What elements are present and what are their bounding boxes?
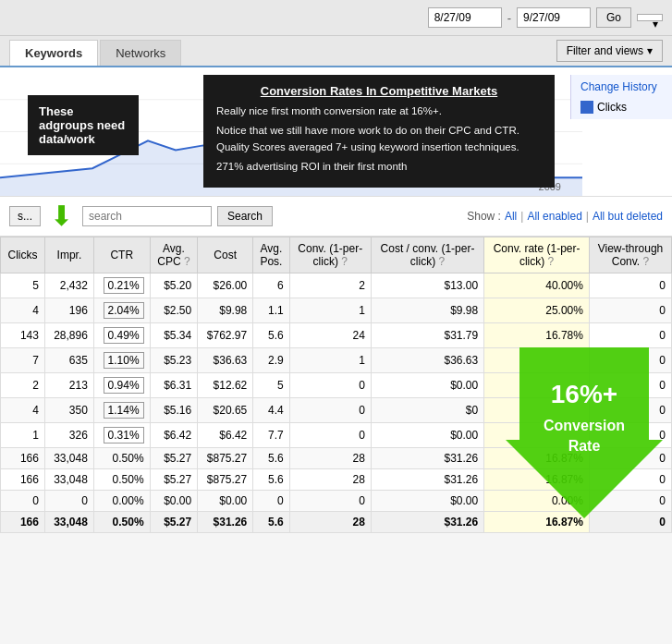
table-cell: 143 (1, 323, 45, 348)
change-history-link[interactable]: Change History (580, 80, 657, 93)
table-cell: 2,432 (44, 273, 93, 298)
table-cell: 5.6 (253, 512, 289, 533)
table-cell: $31.26 (371, 512, 483, 533)
table-cell: 0 (289, 491, 371, 512)
go-button[interactable]: Go (596, 7, 631, 28)
table-cell: $6.42 (198, 423, 253, 448)
table-cell: 213 (44, 373, 93, 398)
table-cell: $5.23 (150, 348, 198, 373)
table-cell: 0.50% (93, 469, 150, 491)
show-label: Show : (467, 210, 501, 223)
col-header-avg-cpc: Avg.CPC ? (150, 237, 198, 273)
table-cell: $0.00 (150, 491, 198, 512)
table-cell: $0.00 (198, 491, 253, 512)
table-row: 41962.04%$2.50$9.981.11$9.9825.00%0 (1, 298, 672, 323)
table-cell: 7 (1, 348, 45, 373)
table-cell: 0.50% (93, 448, 150, 469)
col-header-cost-conv: Cost / conv. (1-per-click) ? (371, 237, 483, 273)
tabs-row: Keywords Networks Filter and views (0, 36, 672, 67)
table-cell: 24 (289, 323, 371, 348)
table-cell: 1 (289, 348, 371, 373)
table-cell: $9.98 (371, 298, 483, 323)
table-cell: $0.00 (371, 491, 483, 512)
table-cell: 1 (1, 423, 45, 448)
table-cell: 28 (289, 448, 371, 469)
table-cell: 40.00% (484, 273, 590, 298)
clicks-legend-label: Clicks (597, 101, 627, 114)
table-cell: $13.00 (371, 273, 483, 298)
table-cell: 1.14% (93, 398, 150, 423)
table-cell: 196 (44, 298, 93, 323)
table-cell: $26.00 (198, 273, 253, 298)
table-cell: 0 (44, 491, 93, 512)
filter-views-button[interactable]: Filter and views (556, 40, 663, 62)
tab-networks[interactable]: Networks (100, 40, 181, 66)
search-bar: s... ⬇ Search Show : All | All enabled |… (0, 197, 672, 237)
svg-text:Conversion: Conversion (544, 418, 625, 433)
annotation-line3: 271% advertising ROI in their first mont… (216, 159, 542, 175)
table-cell: $5.27 (150, 469, 198, 491)
table-cell: 2.04% (93, 298, 150, 323)
table-cell: 0.21% (93, 273, 150, 298)
table-cell: 2.9 (253, 348, 289, 373)
table-cell: $2.50 (150, 298, 198, 323)
table-cell: 4.4 (253, 398, 289, 423)
table-cell: 16.78% (484, 323, 590, 348)
table-cell: $875.27 (198, 469, 253, 491)
table-cell: 5.6 (253, 448, 289, 469)
col-header-clicks: Clicks (1, 237, 45, 273)
show-bar: Show : All | All enabled | All but delet… (467, 210, 663, 223)
table-cell: $12.62 (198, 373, 253, 398)
table-cell: $5.34 (150, 323, 198, 348)
table-cell: 166 (1, 448, 45, 469)
tab-keywords[interactable]: Keywords (9, 40, 98, 66)
table-cell: $0 (371, 398, 483, 423)
table-row: 52,4320.21%$5.20$26.0062$13.0040.00%0 (1, 273, 672, 298)
table-wrapper: Clicks Impr. CTR Avg.CPC ? Cost Avg.Pos.… (0, 237, 672, 533)
table-cell: 1.10% (93, 348, 150, 373)
table-cell: 0.31% (93, 423, 150, 448)
svg-text:16%+: 16%+ (551, 380, 617, 408)
svg-text:Rate: Rate (568, 438, 601, 454)
table-cell: $20.65 (198, 398, 253, 423)
table-cell: 4 (1, 298, 45, 323)
clicks-legend: Clicks (580, 101, 663, 114)
table-cell: 0.50% (93, 512, 150, 533)
table-cell: $875.27 (198, 448, 253, 469)
show-all-link[interactable]: All (505, 210, 517, 223)
segment-dropdown[interactable]: s... (9, 206, 41, 226)
date-from-input[interactable] (428, 7, 502, 28)
clicks-color-swatch (580, 101, 593, 114)
table-cell: 0.00% (93, 491, 150, 512)
table-cell: 5 (253, 373, 289, 398)
table-cell: $5.27 (150, 448, 198, 469)
date-to-input[interactable] (517, 7, 591, 28)
table-cell: 33,048 (44, 512, 93, 533)
table-cell: 28 (289, 469, 371, 491)
table-cell: $31.26 (371, 469, 483, 491)
table-cell: 5.6 (253, 469, 289, 491)
annotation-box: Conversion Rates In Competitive Markets … (203, 75, 555, 188)
search-button[interactable]: Search (217, 206, 273, 226)
table-cell: $31.26 (371, 448, 483, 469)
col-header-conv: Conv. (1-per-click) ? (289, 237, 371, 273)
table-cell: 33,048 (44, 469, 93, 491)
conversion-arrow: 16%+ Conversion Rate (506, 347, 663, 518)
table-cell: 166 (1, 512, 45, 533)
chart-area: These adgroups need data/work Conversion… (0, 67, 672, 197)
search-input[interactable] (82, 206, 212, 226)
table-cell: 4 (1, 398, 45, 423)
col-header-ctr: CTR (93, 237, 150, 273)
table-cell: $6.31 (150, 373, 198, 398)
col-header-impr: Impr. (44, 237, 93, 273)
table-cell: 0 (289, 423, 371, 448)
table-cell: $9.98 (198, 298, 253, 323)
show-all-enabled-link[interactable]: All enabled (527, 210, 581, 223)
show-all-but-deleted-link[interactable]: All but deleted (593, 210, 663, 223)
change-history-panel: Change History Clicks (570, 75, 672, 119)
table-cell: 33,048 (44, 448, 93, 469)
table-cell: 6 (253, 273, 289, 298)
table-cell: $31.79 (371, 323, 483, 348)
table-cell: 0.94% (93, 373, 150, 398)
range-dropdown[interactable] (637, 14, 663, 21)
